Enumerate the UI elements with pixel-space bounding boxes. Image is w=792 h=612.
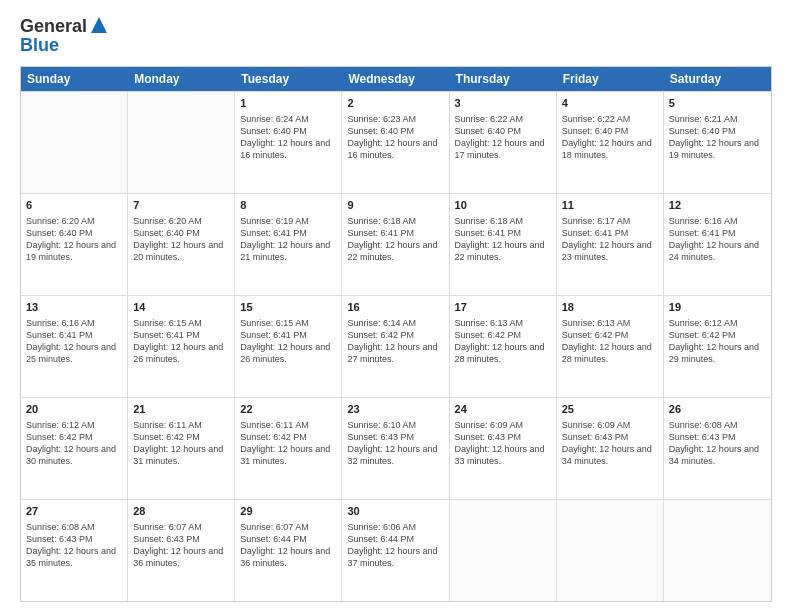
day-number: 8 bbox=[240, 198, 336, 213]
cell-info: Sunrise: 6:15 AM Sunset: 6:41 PM Dayligh… bbox=[133, 317, 229, 366]
day-number: 11 bbox=[562, 198, 658, 213]
calendar-cell: 9Sunrise: 6:18 AM Sunset: 6:41 PM Daylig… bbox=[342, 194, 449, 295]
calendar-cell: 8Sunrise: 6:19 AM Sunset: 6:41 PM Daylig… bbox=[235, 194, 342, 295]
day-number: 6 bbox=[26, 198, 122, 213]
calendar-row-3: 13Sunrise: 6:16 AM Sunset: 6:41 PM Dayli… bbox=[21, 295, 771, 397]
cell-info: Sunrise: 6:11 AM Sunset: 6:42 PM Dayligh… bbox=[133, 419, 229, 468]
calendar-cell: 18Sunrise: 6:13 AM Sunset: 6:42 PM Dayli… bbox=[557, 296, 664, 397]
day-number: 2 bbox=[347, 96, 443, 111]
cell-info: Sunrise: 6:20 AM Sunset: 6:40 PM Dayligh… bbox=[26, 215, 122, 264]
cell-info: Sunrise: 6:22 AM Sunset: 6:40 PM Dayligh… bbox=[455, 113, 551, 162]
cell-info: Sunrise: 6:08 AM Sunset: 6:43 PM Dayligh… bbox=[669, 419, 766, 468]
cell-info: Sunrise: 6:12 AM Sunset: 6:42 PM Dayligh… bbox=[669, 317, 766, 366]
day-number: 16 bbox=[347, 300, 443, 315]
cell-info: Sunrise: 6:24 AM Sunset: 6:40 PM Dayligh… bbox=[240, 113, 336, 162]
cell-info: Sunrise: 6:07 AM Sunset: 6:44 PM Dayligh… bbox=[240, 521, 336, 570]
calendar-cell: 1Sunrise: 6:24 AM Sunset: 6:40 PM Daylig… bbox=[235, 92, 342, 193]
cell-info: Sunrise: 6:21 AM Sunset: 6:40 PM Dayligh… bbox=[669, 113, 766, 162]
cell-info: Sunrise: 6:14 AM Sunset: 6:42 PM Dayligh… bbox=[347, 317, 443, 366]
calendar-body: 1Sunrise: 6:24 AM Sunset: 6:40 PM Daylig… bbox=[21, 91, 771, 601]
logo-icon bbox=[89, 15, 109, 35]
cell-info: Sunrise: 6:07 AM Sunset: 6:43 PM Dayligh… bbox=[133, 521, 229, 570]
cell-info: Sunrise: 6:06 AM Sunset: 6:44 PM Dayligh… bbox=[347, 521, 443, 570]
calendar-cell: 13Sunrise: 6:16 AM Sunset: 6:41 PM Dayli… bbox=[21, 296, 128, 397]
day-number: 5 bbox=[669, 96, 766, 111]
calendar-cell: 30Sunrise: 6:06 AM Sunset: 6:44 PM Dayli… bbox=[342, 500, 449, 601]
cell-info: Sunrise: 6:18 AM Sunset: 6:41 PM Dayligh… bbox=[347, 215, 443, 264]
calendar-row-1: 1Sunrise: 6:24 AM Sunset: 6:40 PM Daylig… bbox=[21, 91, 771, 193]
cell-info: Sunrise: 6:09 AM Sunset: 6:43 PM Dayligh… bbox=[455, 419, 551, 468]
day-number: 25 bbox=[562, 402, 658, 417]
day-number: 22 bbox=[240, 402, 336, 417]
calendar-row-5: 27Sunrise: 6:08 AM Sunset: 6:43 PM Dayli… bbox=[21, 499, 771, 601]
cell-info: Sunrise: 6:13 AM Sunset: 6:42 PM Dayligh… bbox=[562, 317, 658, 366]
logo-blue-text: Blue bbox=[20, 35, 109, 56]
weekday-header-sunday: Sunday bbox=[21, 67, 128, 91]
calendar-cell: 20Sunrise: 6:12 AM Sunset: 6:42 PM Dayli… bbox=[21, 398, 128, 499]
calendar-cell bbox=[664, 500, 771, 601]
day-number: 12 bbox=[669, 198, 766, 213]
day-number: 14 bbox=[133, 300, 229, 315]
calendar-cell: 19Sunrise: 6:12 AM Sunset: 6:42 PM Dayli… bbox=[664, 296, 771, 397]
svg-marker-0 bbox=[91, 17, 107, 33]
cell-info: Sunrise: 6:22 AM Sunset: 6:40 PM Dayligh… bbox=[562, 113, 658, 162]
calendar-cell bbox=[557, 500, 664, 601]
calendar-cell: 2Sunrise: 6:23 AM Sunset: 6:40 PM Daylig… bbox=[342, 92, 449, 193]
day-number: 20 bbox=[26, 402, 122, 417]
weekday-header-wednesday: Wednesday bbox=[342, 67, 449, 91]
cell-info: Sunrise: 6:16 AM Sunset: 6:41 PM Dayligh… bbox=[26, 317, 122, 366]
day-number: 15 bbox=[240, 300, 336, 315]
day-number: 13 bbox=[26, 300, 122, 315]
calendar-cell: 25Sunrise: 6:09 AM Sunset: 6:43 PM Dayli… bbox=[557, 398, 664, 499]
weekday-header-tuesday: Tuesday bbox=[235, 67, 342, 91]
header: General Blue bbox=[20, 16, 772, 56]
day-number: 10 bbox=[455, 198, 551, 213]
day-number: 1 bbox=[240, 96, 336, 111]
cell-info: Sunrise: 6:19 AM Sunset: 6:41 PM Dayligh… bbox=[240, 215, 336, 264]
day-number: 28 bbox=[133, 504, 229, 519]
cell-info: Sunrise: 6:20 AM Sunset: 6:40 PM Dayligh… bbox=[133, 215, 229, 264]
day-number: 23 bbox=[347, 402, 443, 417]
calendar-cell: 14Sunrise: 6:15 AM Sunset: 6:41 PM Dayli… bbox=[128, 296, 235, 397]
day-number: 4 bbox=[562, 96, 658, 111]
calendar-cell bbox=[450, 500, 557, 601]
day-number: 26 bbox=[669, 402, 766, 417]
cell-info: Sunrise: 6:16 AM Sunset: 6:41 PM Dayligh… bbox=[669, 215, 766, 264]
calendar-row-4: 20Sunrise: 6:12 AM Sunset: 6:42 PM Dayli… bbox=[21, 397, 771, 499]
day-number: 29 bbox=[240, 504, 336, 519]
cell-info: Sunrise: 6:10 AM Sunset: 6:43 PM Dayligh… bbox=[347, 419, 443, 468]
calendar-row-2: 6Sunrise: 6:20 AM Sunset: 6:40 PM Daylig… bbox=[21, 193, 771, 295]
weekday-header-saturday: Saturday bbox=[664, 67, 771, 91]
weekday-header-friday: Friday bbox=[557, 67, 664, 91]
weekday-header-thursday: Thursday bbox=[450, 67, 557, 91]
calendar-cell: 23Sunrise: 6:10 AM Sunset: 6:43 PM Dayli… bbox=[342, 398, 449, 499]
logo: General Blue bbox=[20, 16, 109, 56]
day-number: 3 bbox=[455, 96, 551, 111]
day-number: 7 bbox=[133, 198, 229, 213]
calendar-cell: 3Sunrise: 6:22 AM Sunset: 6:40 PM Daylig… bbox=[450, 92, 557, 193]
calendar-cell: 21Sunrise: 6:11 AM Sunset: 6:42 PM Dayli… bbox=[128, 398, 235, 499]
calendar-cell: 27Sunrise: 6:08 AM Sunset: 6:43 PM Dayli… bbox=[21, 500, 128, 601]
calendar-cell: 6Sunrise: 6:20 AM Sunset: 6:40 PM Daylig… bbox=[21, 194, 128, 295]
cell-info: Sunrise: 6:23 AM Sunset: 6:40 PM Dayligh… bbox=[347, 113, 443, 162]
day-number: 30 bbox=[347, 504, 443, 519]
cell-info: Sunrise: 6:17 AM Sunset: 6:41 PM Dayligh… bbox=[562, 215, 658, 264]
calendar-cell: 4Sunrise: 6:22 AM Sunset: 6:40 PM Daylig… bbox=[557, 92, 664, 193]
calendar-header-row: SundayMondayTuesdayWednesdayThursdayFrid… bbox=[21, 67, 771, 91]
calendar-cell: 22Sunrise: 6:11 AM Sunset: 6:42 PM Dayli… bbox=[235, 398, 342, 499]
weekday-header-monday: Monday bbox=[128, 67, 235, 91]
calendar-cell: 7Sunrise: 6:20 AM Sunset: 6:40 PM Daylig… bbox=[128, 194, 235, 295]
cell-info: Sunrise: 6:09 AM Sunset: 6:43 PM Dayligh… bbox=[562, 419, 658, 468]
day-number: 18 bbox=[562, 300, 658, 315]
calendar-cell: 16Sunrise: 6:14 AM Sunset: 6:42 PM Dayli… bbox=[342, 296, 449, 397]
calendar-cell: 15Sunrise: 6:15 AM Sunset: 6:41 PM Dayli… bbox=[235, 296, 342, 397]
cell-info: Sunrise: 6:13 AM Sunset: 6:42 PM Dayligh… bbox=[455, 317, 551, 366]
calendar-cell: 12Sunrise: 6:16 AM Sunset: 6:41 PM Dayli… bbox=[664, 194, 771, 295]
calendar: SundayMondayTuesdayWednesdayThursdayFrid… bbox=[20, 66, 772, 602]
calendar-cell: 11Sunrise: 6:17 AM Sunset: 6:41 PM Dayli… bbox=[557, 194, 664, 295]
cell-info: Sunrise: 6:18 AM Sunset: 6:41 PM Dayligh… bbox=[455, 215, 551, 264]
cell-info: Sunrise: 6:11 AM Sunset: 6:42 PM Dayligh… bbox=[240, 419, 336, 468]
day-number: 27 bbox=[26, 504, 122, 519]
cell-info: Sunrise: 6:15 AM Sunset: 6:41 PM Dayligh… bbox=[240, 317, 336, 366]
calendar-cell: 28Sunrise: 6:07 AM Sunset: 6:43 PM Dayli… bbox=[128, 500, 235, 601]
